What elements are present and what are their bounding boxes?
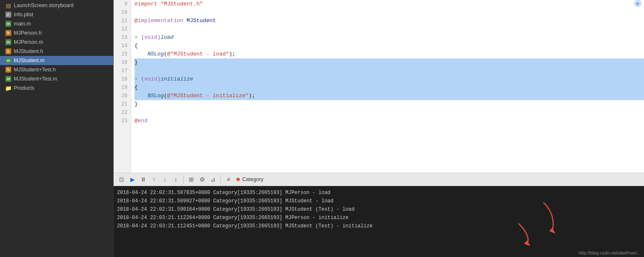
h-icon: h [5,30,12,36]
main-area: 9 10 11 12 13 14 15 16 17 18 19 20 21 22… [114,0,644,257]
toolbar-btn-updown[interactable]: ↕ [171,175,180,184]
sidebar-item-mjstudenttestm[interactable]: m MJStudent+Test.m [0,74,113,83]
watermark: http://blog.csdn.net/alwl/man... [578,250,641,255]
code-line-22 [134,108,644,117]
toolbar-badge [236,178,240,181]
sidebar-item-mjpersonh[interactable]: h MJPerson.h [0,28,113,38]
plist-icon: P [5,11,12,18]
console-line-4: 2018-04-24 22:03:21.112264+0800 Category… [117,214,641,222]
console-line-5: 2018-04-24 22:03:21.112451+0800 Category… [117,222,641,230]
sidebar-item-label: MJPerson.h [14,30,42,36]
h-icon: h [5,66,12,73]
toolbar-btn-play[interactable]: ▶ [128,175,137,184]
line-numbers: 9 10 11 12 13 14 15 16 17 18 19 20 21 22… [114,0,131,173]
console-output: 2018-04-24 22:02:31.587835+0800 Category… [114,186,644,257]
code-line-16: } [134,58,644,67]
toolbar-btn-share[interactable]: ⊿ [208,175,218,184]
sidebar-item-mjstudentm[interactable]: m MJStudent.m [0,56,113,65]
code-line-14: { [134,42,644,50]
code-line-23: @end [134,117,644,125]
svg-marker-1 [524,240,530,246]
sidebar-item-mainm[interactable]: m main.m [0,19,113,28]
toolbar: ⊡ ▶ ⏸ ↑ ↓ ↕ ⊞ ⚙ ⊿ ≡ Category [114,173,644,186]
sidebar-item-label: MJStudent.m [14,58,45,63]
m-icon: m [5,39,12,45]
sidebar-item-label: MJPerson.m [14,39,43,45]
toolbar-btn-branch[interactable]: ⚙ [198,175,207,184]
sidebar-item-mjpersonm[interactable]: m MJPerson.m [0,38,113,47]
sidebar-item-label: MJStudent.h [14,48,43,54]
sidebar-item-infoplist[interactable]: P Info.plist [0,10,113,19]
sidebar-item-products[interactable]: 📁 Products [0,83,113,93]
sidebar-item-label: MJStudent+Test.h [14,67,56,73]
toolbar-btn-down[interactable]: ↓ [160,175,170,184]
code-line-19: { [134,83,644,92]
code-editor[interactable]: 9 10 11 12 13 14 15 16 17 18 19 20 21 22… [114,0,644,173]
sidebar-item-label: Info.plist [14,12,33,18]
sidebar-item-label: LaunchScreen.storyboard [14,3,74,8]
code-content: #import "MJStudent.h" @implementation MJ… [131,0,644,173]
toolbar-btn-grid[interactable]: ⊞ [187,175,196,184]
sidebar-item-launchscreen[interactable]: ▤ LaunchScreen.storyboard [0,1,113,10]
toolbar-btn-pause[interactable]: ⏸ [139,175,148,184]
code-line-17 [134,67,644,75]
console-line-1: 2018-04-24 22:02:31.587835+0800 Category… [117,189,641,197]
h-icon: h [5,48,12,55]
toolbar-btn-table[interactable]: ≡ [224,175,233,184]
code-line-9: #import "MJStudent.h" [134,0,644,8]
m-icon: m [5,57,12,64]
sidebar-item-mjstudenth[interactable]: h MJStudent.h [0,47,113,56]
code-line-11: @implementation MJStudent [134,17,644,25]
file-icon: ▤ [5,2,12,9]
sidebar-item-label: MJStudent+Test.m [14,76,57,82]
folder-icon: 📁 [5,85,12,91]
code-line-15: NSLog(@"MJStudent - load"); [134,50,644,58]
code-line-12 [134,25,644,33]
code-line-18: + (void)initialize [134,75,644,83]
sidebar-item-mjstudenttesth[interactable]: h MJStudent+Test.h [0,65,113,74]
m-icon: m [5,20,12,27]
m-icon: m [5,76,12,82]
sidebar-item-label: Products [14,85,34,91]
sidebar-item-label: main.m [14,21,31,27]
code-line-21: } [134,100,644,108]
toolbar-category-label: Category [242,176,264,182]
console-line-3: 2018-04-24 22:02:31.590164+0800 Category… [117,205,641,214]
code-line-10 [134,8,644,17]
code-line-20: NSLog(@"MJStudent - initialize"); [134,92,644,100]
console-line-2: 2018-04-24 22:02:31.589827+0800 Category… [117,197,641,205]
toolbar-btn-up[interactable]: ↑ [150,175,159,184]
toolbar-separator [183,176,184,183]
code-line-13: + (void)load [134,33,644,42]
toolbar-separator-2 [221,176,221,183]
toolbar-btn-filter[interactable]: ⊡ [117,175,126,184]
sidebar: ▤ LaunchScreen.storyboard P Info.plist m… [0,0,114,257]
